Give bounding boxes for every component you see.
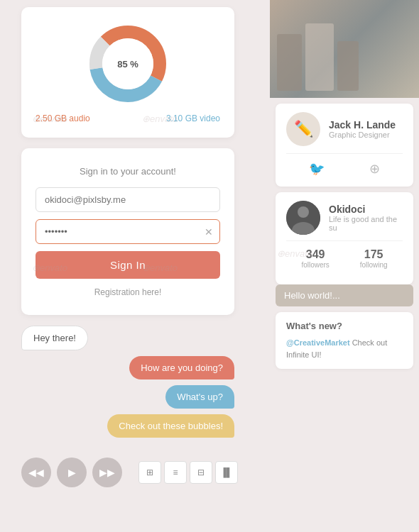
- profile-info-1: Jack H. Lande Graphic Designer: [329, 119, 396, 139]
- profile-card-2: Okidoci Life is good and the su 349 foll…: [276, 192, 413, 284]
- rewind-icon: ◀◀: [28, 467, 44, 478]
- chart-labels: 2.50 GB audio 3.10 GB video: [36, 113, 220, 123]
- figure-3: [337, 41, 359, 91]
- tweet-user[interactable]: @CreativeMarket: [286, 338, 350, 347]
- grid-icon: ⊞: [146, 467, 153, 477]
- email-input[interactable]: [36, 187, 220, 212]
- signin-title: Sign in to your account!: [36, 166, 220, 177]
- grid-view-button[interactable]: ⊞: [138, 461, 161, 484]
- following-label: following: [360, 261, 388, 269]
- chart-center-label: 85 %: [117, 59, 138, 70]
- forward-button[interactable]: ▶▶: [92, 458, 122, 487]
- bubble-check-out: Check out these bubbles!: [107, 414, 234, 438]
- hello-text: Hello world!...: [284, 290, 340, 301]
- figure-2: [305, 23, 334, 91]
- list-view-button[interactable]: ≡: [164, 461, 187, 484]
- tweet-text: @CreativeMarket Check out Infinite UI!: [286, 337, 403, 360]
- right-panel: ✏️ Jack H. Lande Graphic Designer 🐦 ⊕ Ok…: [270, 0, 419, 532]
- profile-bio-2: Life is good and the su: [329, 215, 403, 232]
- register-link[interactable]: Registration here!: [36, 287, 220, 297]
- chart-card: 85 % 2.50 GB audio 3.10 GB video: [21, 7, 234, 138]
- twitter-icon[interactable]: 🐦: [309, 161, 325, 177]
- social-icons: 🐦 ⊕: [286, 153, 403, 178]
- column-view-button[interactable]: ⊟: [190, 461, 212, 484]
- whats-new-title: What's new?: [286, 321, 403, 331]
- clear-icon[interactable]: ✕: [205, 226, 213, 238]
- profile-header-2: Okidoci Life is good and the su: [286, 201, 403, 235]
- profile-info-2: Okidoci Life is good and the su: [329, 204, 403, 232]
- play-icon: ▶: [68, 467, 76, 478]
- hello-bar: Hello world!...: [276, 284, 413, 306]
- media-player: ◀◀ ▶ ▶▶ ⊞ ≡ ⊟ ▐▌: [21, 458, 256, 487]
- figure-1: [277, 34, 302, 91]
- hero-figures: [270, 16, 419, 98]
- svg-point-6: [298, 206, 309, 218]
- forward-icon: ▶▶: [99, 467, 115, 478]
- barcode-view-button[interactable]: ▐▌: [215, 461, 238, 484]
- barcode-icon: ▐▌: [220, 467, 232, 477]
- audio-label: 2.50 GB audio: [36, 113, 90, 123]
- following-count: 175: [360, 248, 388, 261]
- password-wrapper: ✕: [36, 219, 220, 244]
- signin-button[interactable]: Sign In: [36, 251, 220, 279]
- list-icon: ≡: [173, 467, 178, 477]
- stats-row: 349 followers 175 following: [286, 240, 403, 276]
- whats-new-card: What's new? @CreativeMarket Check out In…: [276, 312, 413, 369]
- hero-image: [270, 0, 419, 98]
- play-button[interactable]: ▶: [57, 458, 87, 487]
- video-label: 3.10 GB video: [166, 113, 220, 123]
- profile-header-1: ✏️ Jack H. Lande Graphic Designer: [286, 112, 403, 146]
- followers-count: 349: [301, 248, 329, 261]
- followers-stat: 349 followers: [301, 248, 329, 269]
- bubble-hey-there: Hey there!: [21, 326, 88, 350]
- chat-area: Hey there! How are you doing? What's up?…: [21, 322, 234, 447]
- bubble-whats-up: What's up?: [165, 385, 234, 409]
- avatar-pencil: ✏️: [286, 112, 320, 146]
- signin-card: Sign in to your account! ✕ Sign In Regis…: [21, 148, 234, 315]
- view-controls: ⊞ ≡ ⊟ ▐▌: [138, 461, 238, 484]
- avatar-dark: [286, 201, 320, 235]
- rewind-button[interactable]: ◀◀: [21, 458, 51, 487]
- followers-label: followers: [301, 261, 329, 269]
- profile-name-1: Jack H. Lande: [329, 119, 396, 131]
- profile-title-1: Graphic Designer: [329, 131, 396, 139]
- profile-name-2: Okidoci: [329, 204, 403, 215]
- password-input[interactable]: [36, 219, 220, 244]
- column-icon: ⊟: [197, 467, 205, 477]
- following-stat: 175 following: [360, 248, 388, 269]
- donut-chart: 85 %: [85, 21, 170, 106]
- profile-card-1: ✏️ Jack H. Lande Graphic Designer 🐦 ⊕: [276, 104, 413, 187]
- left-panel: 85 % 2.50 GB audio 3.10 GB video Sign in…: [21, 0, 256, 532]
- bubble-how-are-you: How are you doing?: [129, 356, 234, 379]
- dribbble-icon[interactable]: ⊕: [369, 161, 380, 177]
